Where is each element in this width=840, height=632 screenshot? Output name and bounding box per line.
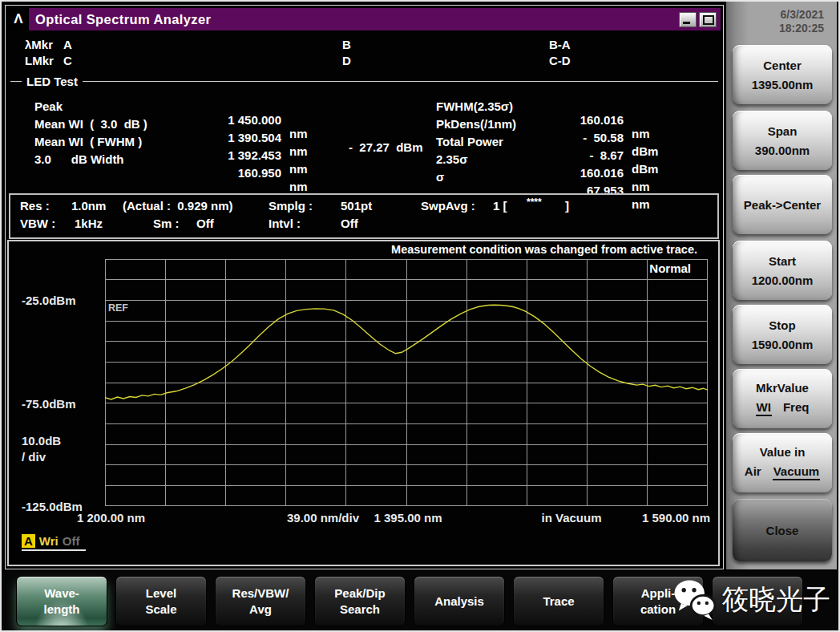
- result-unit: nm: [289, 162, 308, 176]
- sweep-avg-value: 1 [: [493, 199, 507, 213]
- marker-c-d-label: C-D: [549, 54, 571, 67]
- result-row-meanwl-3db: Mean WI ( 3.0 dB ) 1 390.504 nm: [34, 103, 483, 121]
- trace-write-label: Wri: [39, 534, 59, 548]
- x-axis-medium-label: in Vacuum: [541, 511, 601, 525]
- result-label: σ: [436, 170, 444, 184]
- menu-label: Analysis: [414, 594, 504, 610]
- watermark: 筱晓光子: [672, 574, 830, 626]
- y-axis-scale-label: 10.0dB: [22, 434, 61, 448]
- spectrum-chart: Measurement condition was changed from a…: [7, 240, 720, 566]
- menu-analysis[interactable]: Analysis: [414, 576, 505, 626]
- marker-c-label: C: [63, 54, 72, 67]
- menu-peak-dip-search[interactable]: Peak/Dip Search: [314, 576, 406, 626]
- sampling-value: 501pt: [341, 199, 372, 213]
- sweep-condition-bar: Res : 1.0nm (Actual : 0.929 nm) Smplg : …: [9, 193, 719, 239]
- minimize-icon: [683, 22, 690, 24]
- softkey-value: 1590.00nm: [752, 338, 814, 351]
- menu-label: Scale: [116, 602, 206, 618]
- softkey-close[interactable]: Close: [733, 499, 832, 561]
- softkey-value: 390.00nm: [755, 144, 810, 157]
- sweep-avg-bracket: ]: [565, 199, 569, 213]
- menu-label: length: [17, 602, 107, 618]
- result-unit: nm: [632, 180, 650, 193]
- window-titlebar: Λ Optical Spectrum Analyzer: [8, 8, 721, 30]
- interval-value: Off: [341, 217, 358, 230]
- marker-a-label: A: [63, 38, 72, 51]
- softkey-stop[interactable]: Stop 1590.00nm: [733, 305, 832, 364]
- sampling-label: Smplg :: [269, 199, 313, 213]
- softkey-value: 1200.00nm: [752, 273, 814, 287]
- res-actual: (Actual : 0.929 nm): [123, 199, 233, 213]
- result-row-3db-width: 3.0 dB Width 160.950 nm: [34, 139, 483, 156]
- date-label: 6/3/2021: [779, 8, 824, 22]
- softkey-label: Center: [763, 59, 802, 72]
- vbw-label: VBW :: [20, 217, 55, 230]
- trace-plot: [105, 259, 708, 506]
- option-vacuum[interactable]: Vacuum: [773, 464, 821, 480]
- osa-display: Λ Optical Spectrum Analyzer λMkr A B B-A…: [5, 5, 724, 569]
- softkey-peak-to-center[interactable]: Peak->Center: [733, 175, 832, 234]
- y-axis-mid-label: -75.0dBm: [22, 397, 76, 411]
- menu-wavelength[interactable]: Wave- length: [16, 576, 107, 626]
- y-axis-top-label: -25.0dBm: [22, 294, 76, 307]
- result-row-fwhm: FWHM(2.35σ) 160.016 nm: [436, 86, 676, 103]
- softkey-label: Value in: [760, 445, 806, 459]
- trace-mode-label: Normal: [649, 261, 691, 275]
- menu-label: Search: [315, 602, 405, 618]
- softkey-value-in[interactable]: Value in Air Vacuum: [733, 433, 832, 492]
- interval-label: Intvl :: [269, 217, 301, 230]
- trace-off-label: Off: [63, 534, 80, 548]
- time-label: 18:20:25: [779, 22, 824, 35]
- trace-letter-badge: A: [22, 534, 35, 548]
- softkey-marker-value[interactable]: MkrValue WI Freq: [733, 369, 832, 428]
- ref-level-label: REF: [108, 302, 128, 314]
- menu-trace[interactable]: Trace: [513, 576, 604, 626]
- result-row-pkdens: PkDens(/1nm) - 50.58 dBm: [436, 103, 676, 121]
- wechat-icon: [672, 577, 717, 622]
- result-label: 3.0 dB Width: [34, 152, 124, 166]
- softkey-start[interactable]: Start 1200.00nm: [733, 241, 832, 300]
- softkey-label: MkrValue: [756, 381, 809, 395]
- res-value: 1.0nm: [71, 199, 106, 213]
- option-frequency[interactable]: Freq: [783, 400, 810, 416]
- vbw-value: 1kHz: [75, 217, 103, 230]
- softkey-label: Close: [766, 524, 799, 537]
- softkey-label: Span: [768, 124, 798, 138]
- menu-label: Wave-: [17, 585, 107, 602]
- marker-type-label: LMkr: [25, 54, 54, 67]
- sweep-avg-label: SwpAvg :: [421, 199, 475, 213]
- result-row-meanwl-fwhm: Mean WI ( FWHM ) 1 392.453 nm: [34, 121, 483, 139]
- res-label: Res :: [20, 199, 50, 213]
- menu-label: Res/VBW/: [216, 585, 305, 602]
- y-axis-scale-unit: / div: [22, 450, 46, 464]
- softkey-sidebar: 6/3/2021 18:20:25 Center 1395.00nm Span …: [726, 2, 837, 569]
- maximize-button[interactable]: [699, 12, 717, 27]
- softkey-span[interactable]: Span 390.00nm: [733, 111, 832, 170]
- softkey-value: 1395.00nm: [752, 78, 814, 91]
- option-air[interactable]: Air: [745, 464, 761, 480]
- softkey-center[interactable]: Center 1395.00nm: [733, 45, 832, 104]
- x-axis-center-label: 1 395.00 nm: [374, 511, 442, 525]
- softkey-label: Stop: [769, 318, 795, 332]
- result-row-peak: Peak 1 450.000 nm - 27.27 dBm: [34, 86, 483, 103]
- analysis-results-left: Peak 1 450.000 nm - 27.27 dBm Mean WI ( …: [34, 86, 483, 190]
- smooth-value: Off: [196, 217, 214, 230]
- result-unit: nm: [289, 180, 308, 193]
- y-axis-bottom-label: -125.0dBm: [22, 500, 83, 513]
- marker-row-level: LMkr C D C-D: [6, 54, 723, 69]
- softkey-label: Start: [769, 254, 796, 268]
- brand-logo-icon: Λ: [8, 8, 29, 30]
- result-value: 160.950: [179, 166, 281, 180]
- menu-label: Avg: [216, 602, 305, 618]
- active-trace-tag: A Wri Off: [22, 534, 86, 551]
- menu-level-scale[interactable]: Level Scale: [115, 576, 207, 626]
- maximize-icon: [703, 15, 714, 25]
- option-wavelength[interactable]: WI: [756, 400, 772, 416]
- result-row-sigma: σ 67.953 nm: [436, 156, 676, 174]
- x-axis-div-label: 39.00 nm/div: [287, 511, 359, 525]
- marker-row-wavelength: λMkr A B B-A: [6, 38, 723, 53]
- chart-warning-message: Measurement condition was changed from a…: [391, 243, 697, 256]
- menu-res-vbw-avg[interactable]: Res/VBW/ Avg: [215, 576, 306, 626]
- x-axis-start-label: 1 200.00 nm: [77, 511, 145, 525]
- minimize-button[interactable]: [679, 12, 697, 27]
